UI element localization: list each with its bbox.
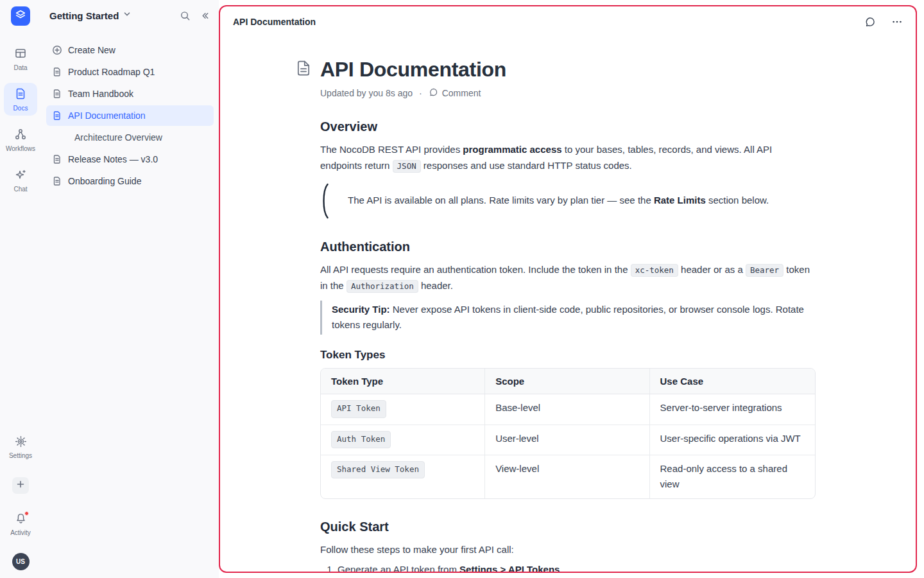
doc-panel: API Documentation API D: [219, 5, 917, 573]
comment-label: Comment: [442, 88, 481, 98]
meta-separator: ·: [419, 88, 422, 98]
rail-item-workflows[interactable]: Workflows: [4, 123, 37, 156]
main-area: API Documentation API D: [219, 0, 924, 578]
sidebar-header: Getting Started: [41, 0, 219, 31]
user-avatar[interactable]: US: [12, 553, 30, 570]
sidebar-item-onboarding-guide[interactable]: Onboarding Guide: [46, 171, 214, 191]
topbar-actions: [864, 16, 903, 28]
rail-bottom: Settings Activity US: [4, 431, 37, 570]
token-type-chip: Shared View Token: [331, 461, 425, 478]
sidebar-item-api-documentation[interactable]: API Documentation: [46, 105, 214, 126]
section-heading-authentication: Authentication: [320, 240, 816, 254]
page-icon: [52, 67, 62, 77]
section-heading-quick-start: Quick Start: [320, 520, 816, 534]
search-icon[interactable]: [180, 10, 191, 21]
quote-block: The API is available on all plans. Rate …: [320, 183, 816, 219]
page-icon: [52, 154, 62, 164]
sidebar-item-create-new[interactable]: Create New: [46, 40, 214, 60]
table-cell: Base-level: [485, 394, 649, 425]
rail-item-activity[interactable]: Activity: [4, 508, 37, 540]
comment-icon[interactable]: [864, 16, 876, 28]
comment-button[interactable]: Comment: [429, 87, 481, 99]
table-row: API Token Base-level Server-to-server in…: [321, 394, 815, 425]
sidebar-item-label: Onboarding Guide: [68, 176, 141, 186]
page-icon: [52, 89, 62, 99]
updated-timestamp: Updated by you 8s ago: [320, 88, 413, 98]
security-tip-callout: Security Tip: Never expose API tokens in…: [320, 301, 816, 335]
sparkle-icon: [14, 168, 27, 184]
document-body: API Documentation Updated by you 8s ago …: [220, 37, 916, 572]
sidebar: Getting Started Create New: [41, 0, 219, 578]
app-logo[interactable]: [11, 6, 30, 26]
rail-item-chat[interactable]: Chat: [4, 164, 37, 197]
table-cell: Read-only access to a shared view: [649, 455, 815, 498]
add-button[interactable]: [12, 477, 29, 494]
document: API Documentation Updated by you 8s ago …: [320, 37, 816, 572]
more-options-icon[interactable]: [891, 16, 903, 28]
page-title: API Documentation: [320, 57, 816, 82]
rail-label: Data: [13, 64, 27, 71]
panel-topbar: API Documentation: [220, 6, 916, 37]
topbar-title: API Documentation: [233, 17, 316, 27]
quote-text: The API is available on all plans. Rate …: [348, 193, 769, 209]
token-type-chip: Auth Token: [331, 431, 391, 448]
inline-code: JSON: [393, 160, 421, 173]
rail-label: Chat: [13, 186, 27, 193]
sidebar-item-list: Create New Product Roadmap Q1 Team Handb…: [41, 31, 219, 193]
callout-text: Security Tip: Never expose API tokens in…: [332, 302, 816, 334]
plus-icon: [16, 480, 25, 491]
plus-circle-icon: [52, 45, 62, 55]
page-icon: [52, 110, 62, 121]
sidebar-item-label: Architecture Overview: [74, 132, 162, 143]
rail-item-docs[interactable]: Docs: [4, 83, 37, 116]
rail-label: Workflows: [6, 145, 35, 152]
inline-code: xc-token: [631, 264, 678, 277]
quote-mark-icon: [320, 183, 329, 219]
table-row: Shared View Token View-level Read-only a…: [321, 455, 815, 498]
gear-icon: [15, 435, 27, 450]
table-cell: User-level: [485, 425, 649, 455]
sidebar-item-product-roadmap[interactable]: Product Roadmap Q1: [46, 62, 214, 82]
notification-dot: [24, 511, 29, 516]
workspace-switcher[interactable]: Getting Started: [49, 10, 132, 21]
step-item: Generate an API token from Settings > AP…: [338, 562, 816, 572]
authentication-paragraph: All API requests require an authenticati…: [320, 262, 816, 294]
table-header-row: Token Type Scope Use Case: [321, 369, 815, 394]
inline-code: Bearer: [746, 264, 783, 277]
rail-label: Settings: [9, 452, 32, 459]
token-types-table: Token Type Scope Use Case API Token Base…: [320, 368, 816, 499]
column-header: Scope: [485, 369, 649, 394]
table-cell: User-specific operations via JWT: [649, 425, 815, 455]
sidebar-item-team-handbook[interactable]: Team Handbook: [46, 83, 214, 104]
chevron-down-icon: [123, 10, 132, 21]
quick-start-intro: Follow these steps to make your first AP…: [320, 542, 816, 558]
collapse-sidebar-icon[interactable]: [200, 11, 210, 21]
table-row: Auth Token User-level User-specific oper…: [321, 425, 815, 455]
rail-item-settings[interactable]: Settings: [4, 431, 37, 463]
sidebar-item-label: Create New: [68, 45, 116, 55]
sidebar-item-release-notes[interactable]: Release Notes — v3.0: [46, 149, 214, 170]
sidebar-item-label: Release Notes — v3.0: [68, 154, 158, 164]
rail-label: Docs: [13, 105, 28, 112]
subsection-heading-token-types: Token Types: [320, 349, 816, 362]
sidebar-item-label: API Documentation: [68, 110, 146, 121]
rail-nav: Data Docs Workflows Chat: [4, 42, 37, 197]
sidebar-item-label: Product Roadmap Q1: [68, 67, 155, 77]
app-root: Data Docs Workflows Chat: [0, 0, 924, 578]
table-cell: View-level: [485, 455, 649, 498]
sidebar-item-architecture-overview[interactable]: Architecture Overview: [46, 127, 214, 148]
doc-title-row: API Documentation: [320, 57, 816, 82]
table-icon: [14, 47, 27, 62]
page-icon: [295, 59, 312, 80]
workflow-icon: [14, 128, 27, 143]
sidebar-actions: [180, 10, 210, 21]
sidebar-item-label: Team Handbook: [68, 89, 133, 99]
rail-label: Activity: [10, 529, 31, 536]
column-header: Token Type: [321, 369, 485, 394]
rail-item-data[interactable]: Data: [4, 42, 37, 75]
inline-code: Authorization: [346, 280, 418, 293]
comment-icon: [429, 87, 438, 99]
token-type-chip: API Token: [331, 400, 386, 417]
page-icon: [52, 176, 62, 186]
bell-icon: [15, 512, 27, 527]
